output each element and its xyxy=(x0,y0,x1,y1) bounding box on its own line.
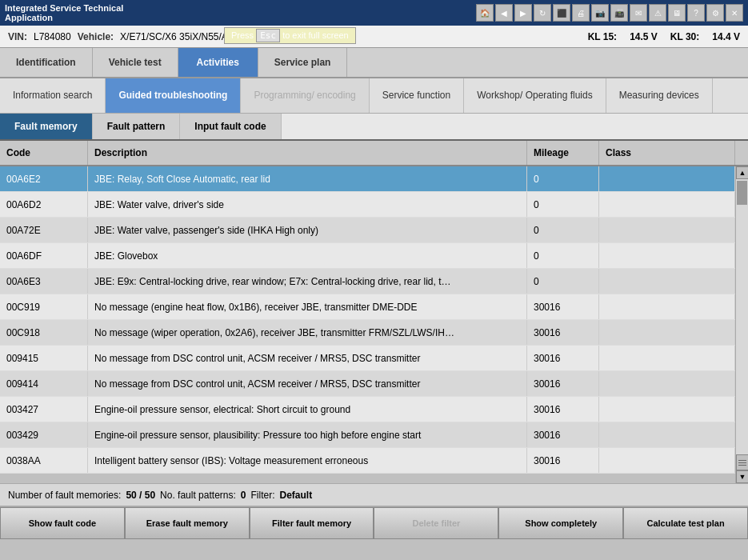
table-row[interactable]: 00C918 No message (wiper operation, 0x2A… xyxy=(0,320,735,346)
scroll-up-button[interactable]: ▲ xyxy=(736,166,748,179)
cell-desc-8: No message from DSC control unit, ACSM r… xyxy=(88,371,527,396)
stop-icon[interactable]: ⬛ xyxy=(553,4,570,22)
fax-icon[interactable]: 📠 xyxy=(610,4,628,22)
home-icon[interactable]: 🏠 xyxy=(476,4,494,22)
filter-fault-memory-button[interactable]: Filter fault memory xyxy=(250,507,374,539)
table-row[interactable]: 00A6D2 JBE: Water valve, driver's side 0 xyxy=(0,192,735,218)
cell-mileage-1: 0 xyxy=(527,192,599,217)
cell-class-1 xyxy=(599,192,735,217)
cell-class-3 xyxy=(599,243,735,268)
refresh-icon[interactable]: ↻ xyxy=(534,4,551,22)
cell-code-1: 00A6D2 xyxy=(0,192,88,217)
title-bar: Integrated Service Technical Application… xyxy=(0,0,748,26)
tab-identification[interactable]: Identification xyxy=(0,48,93,77)
cell-mileage-10: 30016 xyxy=(527,422,599,447)
show-completely-button[interactable]: Show completely xyxy=(498,507,623,539)
cell-mileage-4: 0 xyxy=(527,269,599,294)
erase-fault-memory-button[interactable]: Erase fault memory xyxy=(125,507,250,539)
cell-code-8: 009414 xyxy=(0,371,88,396)
table-row[interactable]: 009415 No message from DSC control unit,… xyxy=(0,346,735,371)
table-row[interactable]: 003427 Engine-oil pressure sensor, elect… xyxy=(0,397,735,422)
scroll-track[interactable] xyxy=(736,179,748,454)
mail-icon[interactable]: ✉ xyxy=(630,4,647,22)
vin-label: VIN: xyxy=(8,31,27,42)
fault-memories-value: 50 / 50 xyxy=(126,490,155,501)
esc-key: Esc xyxy=(256,29,280,42)
cell-class-9 xyxy=(599,397,735,422)
cell-code-4: 00A6E3 xyxy=(0,269,88,294)
subnav-workshop-fluids[interactable]: Workshop/ Operating fluids xyxy=(464,78,606,113)
filter-label: Filter: xyxy=(251,490,275,501)
kl-info: KL 15: 14.5 V KL 30: 14.4 V xyxy=(588,31,740,42)
calculate-test-plan-button[interactable]: Calculate test plan xyxy=(623,507,748,539)
cell-mileage-7: 30016 xyxy=(527,346,599,370)
cell-code-9: 003427 xyxy=(0,397,88,422)
cell-desc-2: JBE: Water valve, passenger's side (IHKA… xyxy=(88,218,527,242)
subnav-service-function[interactable]: Service function xyxy=(370,78,464,113)
tab-service-plan[interactable]: Service plan xyxy=(258,48,348,77)
fault-tab-memory[interactable]: Fault memory xyxy=(0,114,93,139)
back-icon[interactable]: ◀ xyxy=(495,4,513,22)
kl15-label: KL 15: xyxy=(588,31,617,42)
scroll-down-button[interactable]: ▼ xyxy=(736,470,748,483)
table-row[interactable]: 00A6DF JBE: Glovebox 0 xyxy=(0,243,735,269)
print-icon[interactable]: 🖨 xyxy=(572,4,590,22)
table-row[interactable]: 00A6E3 JBE: E9x: Central-locking drive, … xyxy=(0,269,735,294)
monitor-icon[interactable]: 🖥 xyxy=(668,4,686,22)
cell-desc-10: Engine-oil pressure sensor, plausibility… xyxy=(88,422,527,447)
vehicle-label: Vehicle: xyxy=(78,31,114,42)
cell-mileage-8: 30016 xyxy=(527,371,599,396)
fault-patterns-label: No. fault patterns: xyxy=(160,490,236,501)
scrollbar[interactable]: ▲ ▼ xyxy=(735,166,748,483)
table-body-area: 00A6E2 JBE: Relay, Soft Close Automatic,… xyxy=(0,166,748,483)
delete-filter-button: Delete filter xyxy=(374,507,498,539)
cell-mileage-0: 0 xyxy=(527,166,599,191)
forward-icon[interactable]: ▶ xyxy=(514,4,532,22)
close-icon[interactable]: ✕ xyxy=(726,4,743,22)
camera-icon[interactable]: 📷 xyxy=(591,4,609,22)
cell-class-10 xyxy=(599,422,735,447)
settings-icon[interactable]: ⚙ xyxy=(706,4,724,22)
cell-mileage-3: 0 xyxy=(527,243,599,268)
cell-code-10: 003429 xyxy=(0,422,88,447)
show-fault-code-button[interactable]: Show fault code xyxy=(0,507,125,539)
tab-vehicle-test[interactable]: Vehicle test xyxy=(93,48,178,77)
subnav-guided-troubleshooting[interactable]: Guided troubleshooting xyxy=(106,78,241,113)
table-body: 00A6E2 JBE: Relay, Soft Close Automatic,… xyxy=(0,166,735,483)
header-class: Class xyxy=(599,141,735,165)
subnav-measuring-devices[interactable]: Measuring devices xyxy=(606,78,713,113)
vehicle-bar: VIN: L784080 Vehicle: X/E71/SC/X6 35iX/N… xyxy=(0,26,748,48)
scroll-thumb[interactable] xyxy=(737,181,747,205)
main-nav: Identification Vehicle test Activities S… xyxy=(0,48,748,78)
cell-desc-0: JBE: Relay, Soft Close Automatic, rear l… xyxy=(88,166,527,191)
tooltip-bar: Press Esc to exit full screen xyxy=(224,27,356,44)
subnav-information-search[interactable]: Information search xyxy=(0,78,106,113)
cell-code-5: 00C919 xyxy=(0,294,88,319)
cell-desc-7: No message from DSC control unit, ACSM r… xyxy=(88,346,527,370)
table-row[interactable]: 003429 Engine-oil pressure sensor, plaus… xyxy=(0,422,735,448)
alert-icon[interactable]: ⚠ xyxy=(649,4,666,22)
subnav-programming-encoding: Programming/ encoding xyxy=(241,78,369,113)
cell-code-2: 00A72E xyxy=(0,218,88,242)
kl15-value: 14.5 V xyxy=(630,31,658,42)
fault-patterns-value: 0 xyxy=(241,490,246,501)
tab-activities[interactable]: Activities xyxy=(178,48,258,77)
table-row[interactable]: 009414 No message from DSC control unit,… xyxy=(0,371,735,397)
header-scroll-spacer xyxy=(735,141,748,165)
cell-desc-6: No message (wiper operation, 0x2A6), rec… xyxy=(88,320,527,345)
cell-mileage-6: 30016 xyxy=(527,320,599,345)
table-row[interactable]: 00C919 No message (engine heat flow, 0x1… xyxy=(0,294,735,320)
scroll-lines[interactable] xyxy=(736,454,748,470)
cell-class-2 xyxy=(599,218,735,242)
cell-mileage-11: 30016 xyxy=(527,448,599,473)
table-row[interactable]: 00A6E2 JBE: Relay, Soft Close Automatic,… xyxy=(0,166,735,192)
cell-class-5 xyxy=(599,294,735,319)
cell-class-0 xyxy=(599,166,735,191)
cell-desc-4: JBE: E9x: Central-locking drive, rear wi… xyxy=(88,269,527,294)
help-icon[interactable]: ? xyxy=(687,4,705,22)
table-row[interactable]: 0038AA Intelligent battery sensor (IBS):… xyxy=(0,448,735,474)
fault-tab-input[interactable]: Input fault code xyxy=(180,114,281,139)
table-row[interactable]: 00A72E JBE: Water valve, passenger's sid… xyxy=(0,218,735,243)
fault-tab-pattern[interactable]: Fault pattern xyxy=(93,114,181,139)
table-header: Code Description Mileage Class xyxy=(0,141,748,166)
